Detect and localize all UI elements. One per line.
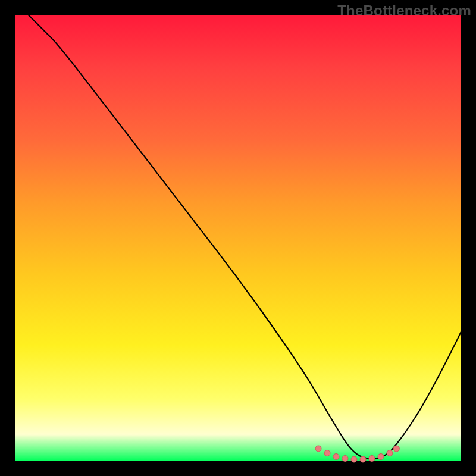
valley-dot (342, 456, 348, 462)
valley-dot (369, 456, 375, 462)
bottleneck-curve-line (29, 15, 462, 459)
valley-dot (393, 446, 399, 452)
valley-dot (378, 454, 384, 460)
valley-dot (351, 456, 357, 462)
valley-dot (360, 456, 366, 462)
valley-dot (333, 454, 339, 460)
bottleneck-chart (15, 15, 461, 461)
valley-dot (315, 446, 321, 452)
valley-dot (324, 450, 330, 456)
valley-dot (387, 450, 393, 456)
